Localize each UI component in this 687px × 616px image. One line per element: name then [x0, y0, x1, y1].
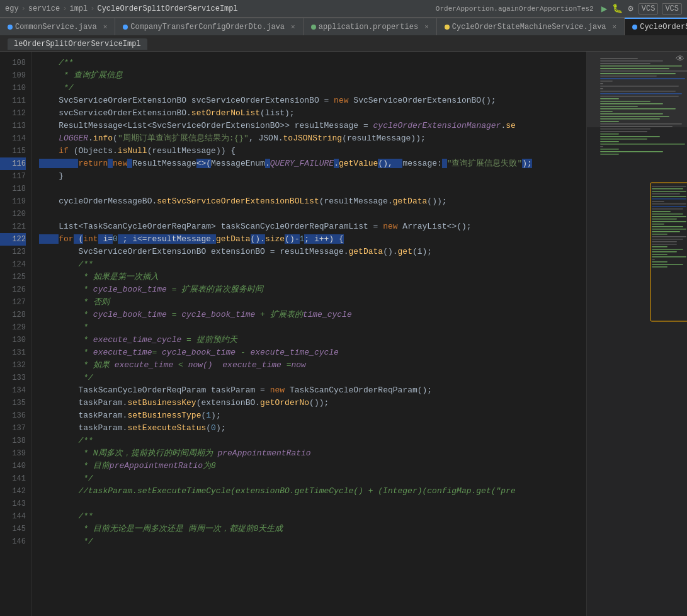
breadcrumb-current: CycleOrderSplitOrderServiceImpl — [97, 4, 237, 13]
line-number: 138 — [0, 435, 26, 447]
svg-rect-67 — [652, 241, 677, 242]
line-number: 121 — [0, 220, 26, 233]
tab-close[interactable]: × — [291, 23, 295, 31]
svg-rect-72 — [652, 254, 667, 255]
svg-rect-38 — [600, 154, 619, 155]
line-number: 108 — [0, 57, 26, 69]
line-number: 132 — [0, 359, 26, 372]
svg-rect-77 — [652, 266, 667, 268]
line-number: 129 — [0, 321, 26, 334]
line-number: 141 — [0, 472, 26, 485]
vcs1-button[interactable]: VCS — [639, 3, 659, 14]
breadcrumb-sep: › — [21, 4, 26, 13]
svg-rect-52 — [652, 203, 686, 205]
line-number: 112 — [0, 107, 26, 120]
line-number: 137 — [0, 422, 26, 435]
line-number: 134 — [0, 384, 26, 397]
svg-rect-53 — [652, 206, 686, 207]
svg-rect-65 — [652, 236, 686, 237]
line-number: 123 — [0, 246, 26, 258]
tab-close[interactable]: × — [613, 23, 617, 31]
coverage-icon[interactable]: ⚙ — [628, 3, 633, 14]
run-icon[interactable]: ▶ — [601, 3, 608, 15]
tab-statemachine[interactable]: CycleOrderStateMachineService.java × — [437, 18, 625, 35]
svg-rect-30 — [600, 134, 619, 135]
main-content: 108 109 110 111 112 113 114 115 116 117 … — [0, 52, 687, 616]
line-number: 124 — [0, 258, 26, 271]
svg-rect-51 — [652, 201, 664, 202]
tab-close[interactable]: × — [424, 23, 429, 31]
tab-properties[interactable]: application.properties × — [304, 18, 437, 35]
svg-rect-64 — [652, 234, 667, 235]
svg-rect-37 — [600, 151, 663, 152]
line-number: 130 — [0, 334, 26, 346]
breadcrumb-segment: egy — [5, 4, 19, 13]
svg-rect-71 — [652, 251, 677, 253]
active-file-label: leOrderSplitOrderServiceImpl — [8, 38, 147, 50]
line-number: 142 — [0, 485, 26, 498]
tab-dot — [445, 25, 450, 30]
svg-rect-29 — [600, 131, 647, 132]
code-scroll[interactable]: 108 109 110 111 112 113 114 115 116 117 … — [0, 52, 586, 616]
run-config-label: OrderApportion.againOrderApportionTes2 — [436, 5, 594, 13]
svg-rect-57 — [652, 216, 686, 217]
svg-rect-60 — [652, 224, 664, 225]
breadcrumb-segment: service — [28, 4, 60, 13]
line-number: 135 — [0, 397, 26, 409]
minimap-content — [587, 52, 687, 611]
tab-close[interactable]: × — [103, 23, 108, 31]
svg-rect-28 — [600, 128, 650, 130]
vcs2-button[interactable]: VCS — [662, 3, 682, 14]
svg-rect-34 — [600, 144, 685, 145]
svg-rect-63 — [652, 231, 680, 232]
svg-rect-54 — [652, 208, 683, 210]
tab-dot — [311, 25, 316, 30]
line-number: 144 — [0, 510, 26, 523]
line-number: 114 — [0, 132, 26, 145]
svg-rect-50 — [652, 198, 686, 200]
svg-rect-49 — [652, 196, 686, 197]
breadcrumb-segment: impl — [69, 4, 88, 13]
line-number: 122 — [0, 233, 26, 246]
tab-splitorderservice[interactable]: CycleOrderSplitOrderServiceImpl.ja × — [625, 18, 687, 35]
svg-rect-31 — [600, 136, 660, 137]
tab-bar: CommonService.java × CompanyTransferConf… — [0, 18, 687, 37]
debug-icon[interactable]: 🐛 — [612, 3, 623, 14]
svg-rect-70 — [652, 249, 683, 250]
tab-dot — [8, 25, 13, 30]
breadcrumb-bar: egy › service › impl › CycleOrderSplitOr… — [0, 0, 687, 18]
svg-rect-45 — [652, 186, 686, 187]
tab-label: CommonService.java — [15, 23, 97, 31]
svg-rect-74 — [652, 259, 655, 260]
line-number: 119 — [0, 195, 26, 208]
tab-dot — [632, 25, 637, 30]
line-number: 126 — [0, 283, 26, 296]
line-number: 143 — [0, 498, 26, 510]
svg-rect-56 — [652, 214, 683, 215]
line-number: 140 — [0, 460, 26, 472]
tab-label: CycleOrderSplitOrderServiceImpl.ja — [640, 23, 687, 31]
svg-rect-61 — [652, 226, 683, 227]
line-number: 145 — [0, 523, 26, 535]
tab-label: application.properties — [319, 23, 418, 31]
line-number: 110 — [0, 82, 26, 94]
tab-commonservice[interactable]: CommonService.java × — [0, 18, 115, 35]
code-content[interactable]: /** * 查询扩展信息 */ SvcServiceOrderExtension… — [31, 52, 586, 616]
tab-label: CycleOrderStateMachineService.java — [452, 23, 606, 31]
code-area: 108 109 110 111 112 113 114 115 116 117 … — [0, 52, 586, 616]
tab-companytransfer[interactable]: CompanyTransferConfigOrderDto.java × — [115, 18, 303, 35]
svg-rect-32 — [600, 139, 647, 140]
minimap[interactable]: 👁 — [586, 52, 687, 616]
svg-rect-76 — [652, 264, 683, 265]
line-number: 111 — [0, 94, 26, 107]
svg-rect-55 — [652, 211, 671, 212]
svg-rect-35 — [600, 146, 603, 147]
svg-rect-66 — [652, 239, 683, 240]
line-number: 118 — [0, 183, 26, 195]
svg-rect-62 — [652, 229, 686, 230]
line-number: 109 — [0, 69, 26, 82]
svg-rect-69 — [652, 246, 667, 248]
line-number: 146 — [0, 535, 26, 548]
line-number: 113 — [0, 120, 26, 132]
tab-dot — [123, 25, 128, 30]
